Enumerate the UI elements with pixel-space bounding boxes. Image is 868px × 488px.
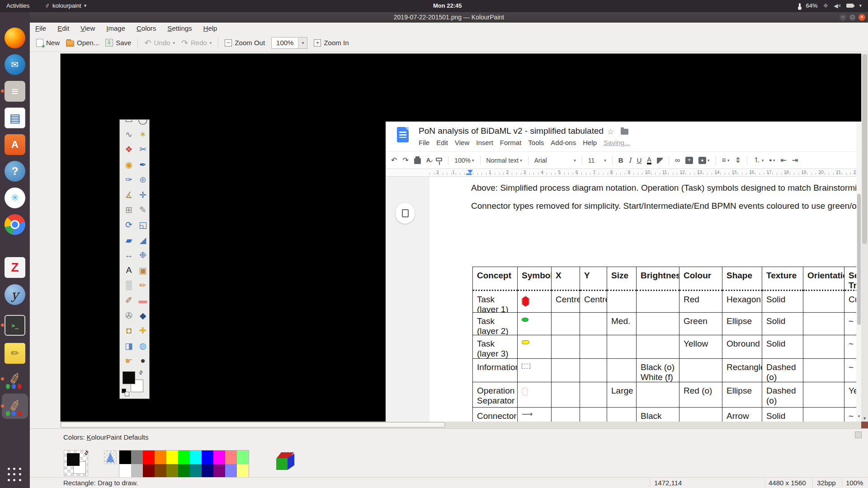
foreground-color-swatch[interactable]: [67, 453, 80, 466]
smudge-hand-icon[interactable]: ☛: [123, 355, 135, 366]
blur-drop-icon[interactable]: ◍: [137, 340, 149, 352]
dock-item-zotero[interactable]: Z: [5, 257, 25, 278]
dock-item-terminal[interactable]: >_: [5, 315, 25, 336]
scroll-down-icon[interactable]: ▼: [857, 414, 861, 418]
foreground-background-swatch[interactable]: ⇄: [64, 450, 88, 476]
scale-icon[interactable]: ◱: [137, 219, 149, 231]
palette-color-cell[interactable]: [119, 450, 131, 464]
palette-color-cell[interactable]: [190, 450, 202, 464]
palette-color-cell[interactable]: [237, 464, 249, 478]
maximize-button[interactable]: ▢: [849, 14, 856, 21]
docs-scrollbar[interactable]: ▼: [856, 122, 861, 422]
palette-color-cell[interactable]: [143, 464, 155, 478]
align-icon[interactable]: ⊞: [123, 204, 135, 216]
canvas-vertical-scrollbar[interactable]: ▼: [861, 53, 868, 422]
clock[interactable]: Mon 22:45: [433, 2, 462, 9]
new-button[interactable]: New: [36, 39, 60, 47]
dock-item-ubuntu-software[interactable]: A: [5, 134, 25, 155]
docs-menu-insert[interactable]: Insert: [476, 139, 493, 146]
system-tray[interactable]: 64% ❖ ◀× ▾: [799, 2, 862, 9]
dock-item-kolourpaint-active[interactable]: ✐: [5, 396, 25, 417]
palette-color-cell[interactable]: [131, 464, 143, 478]
palette-color-cell[interactable]: [119, 464, 131, 478]
menu-view[interactable]: View: [80, 24, 95, 32]
save-button[interactable]: ⇩ Save: [105, 39, 131, 47]
swap-colors-icon[interactable]: ⇄: [82, 449, 90, 456]
palette-color-cell[interactable]: [190, 464, 202, 478]
horizontal-scrollbar-thumb[interactable]: [61, 422, 445, 427]
palette-color-cell[interactable]: [178, 464, 190, 478]
palette-color-cell[interactable]: [155, 464, 166, 478]
menu-image[interactable]: Image: [106, 24, 125, 32]
palette-color-cell[interactable]: [202, 450, 213, 464]
zoom-out-button[interactable]: − Zoom Out: [225, 39, 265, 47]
docs-menu-format[interactable]: Format: [500, 139, 522, 146]
docs-menu-file[interactable]: File: [419, 139, 429, 146]
docs-menu-edit[interactable]: Edit: [436, 139, 448, 146]
eraser-icon[interactable]: ▬: [137, 295, 149, 306]
menu-colors[interactable]: Colors: [137, 24, 156, 32]
pencil-icon[interactable]: ✏: [137, 279, 149, 291]
kolourpaint-titlebar[interactable]: 2019-07-22-201501.png — KolourPaint − ▢ …: [30, 12, 868, 23]
heal-icon[interactable]: ✚: [137, 325, 149, 337]
color-picker-icon[interactable]: ✑: [123, 174, 135, 186]
palette-color-cell[interactable]: [166, 464, 178, 478]
calligraphy-pen-icon[interactable]: ✎: [137, 204, 149, 216]
activities-button[interactable]: Activities: [6, 2, 29, 9]
minimize-button[interactable]: −: [840, 14, 846, 21]
dock-item-kolourpaint[interactable]: ✐: [5, 369, 25, 389]
document-outline-tab[interactable]: [396, 203, 415, 224]
menu-edit[interactable]: Edit: [57, 24, 69, 32]
palette-color-cell[interactable]: [202, 464, 213, 478]
canvas-horizontal-scrollbar[interactable]: [60, 422, 861, 428]
shear-icon[interactable]: ▰: [123, 234, 135, 246]
foreground-select-icon[interactable]: ◉: [123, 159, 135, 170]
dock-item-help[interactable]: ?: [5, 161, 25, 182]
chevron-down-icon[interactable]: ▾: [298, 38, 307, 48]
menu-file[interactable]: File: [35, 24, 46, 32]
paint-canvas[interactable]: ▭◯∿✶❖✂◉✒✑⊕∡✛⊞✎⟳◱▰◢↔❉A▣▒✏✐▬✇◆◘✚◨◍☛● ⇄ PoN…: [60, 53, 861, 422]
zoom-in-button[interactable]: + Zoom In: [314, 39, 349, 47]
dock-item-file-cabinet[interactable]: ≡: [5, 81, 25, 102]
docs-scrollbar-thumb[interactable]: [857, 194, 861, 325]
transparent-color-cell[interactable]: [104, 450, 117, 464]
close-button[interactable]: ✕: [859, 14, 865, 21]
move-icon[interactable]: ✛: [137, 189, 149, 201]
palette-color-cell[interactable]: [225, 464, 237, 478]
magic-wand-icon[interactable]: ✶: [137, 128, 149, 140]
palette-color-cell[interactable]: [166, 450, 178, 464]
lasso-select-icon[interactable]: ∿: [123, 128, 135, 140]
scroll-down-icon[interactable]: ▼: [863, 416, 867, 421]
open-button[interactable]: Open...: [66, 39, 99, 47]
palette-color-cell[interactable]: [213, 464, 225, 478]
paintbrush-icon[interactable]: ✐: [123, 295, 135, 306]
palette-color-cell[interactable]: [131, 450, 143, 464]
flip-icon[interactable]: ↔: [123, 249, 135, 261]
dock-item-thunderbird[interactable]: ✉: [5, 54, 25, 75]
dock-item-slack[interactable]: ✳: [5, 188, 25, 208]
color-similarity-cube-button[interactable]: [274, 451, 297, 473]
scissors-select-icon[interactable]: ✂: [137, 144, 149, 155]
select-by-color-icon[interactable]: ❖: [123, 144, 135, 155]
rect-select-icon[interactable]: ▭: [123, 119, 135, 125]
dodge-burn-icon[interactable]: ●: [137, 355, 149, 366]
dock-item-libreoffice-writer[interactable]: ▤: [5, 108, 25, 128]
docs-menu-tools[interactable]: Tools: [528, 139, 544, 146]
cage-transform-icon[interactable]: ❉: [137, 249, 149, 261]
clone-stamp-icon[interactable]: ◘: [123, 325, 135, 337]
docs-menu-help[interactable]: Help: [583, 139, 597, 146]
paths-pen-icon[interactable]: ✒: [137, 159, 149, 170]
perspective-clone-icon[interactable]: ◨: [123, 340, 135, 352]
ellipse-select-icon[interactable]: ◯: [137, 119, 149, 125]
menu-settings[interactable]: Settings: [167, 24, 192, 32]
dock-item-firefox[interactable]: [5, 28, 25, 48]
zoom-magnifier-icon[interactable]: ⊕: [137, 174, 149, 186]
dock-item-chrome[interactable]: [5, 214, 25, 235]
palette-color-cell[interactable]: [213, 450, 225, 464]
color-palette[interactable]: [119, 450, 249, 478]
measure-compass-icon[interactable]: ∡: [123, 189, 135, 201]
palette-color-cell[interactable]: [225, 450, 237, 464]
airbrush-icon[interactable]: ✇: [123, 310, 135, 321]
notation-table[interactable]: ConceptSymbolXYSizeBrightnessColourShape…: [472, 267, 861, 422]
ink-icon[interactable]: ◆: [137, 310, 149, 321]
